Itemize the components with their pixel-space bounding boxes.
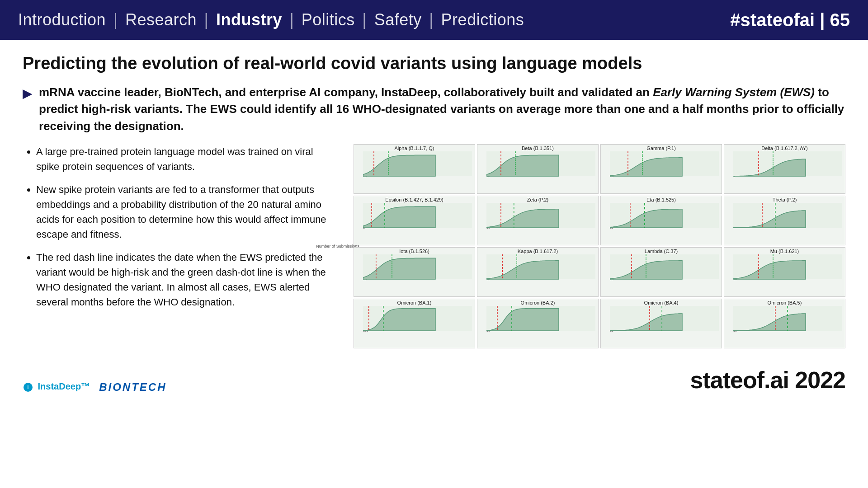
chart-inner: 100010010Nov 2021Jan 2022Mar 2022May 202…: [733, 306, 842, 338]
chart-cell-1-2: Eta (B.1.525)10k100010010Jan 2021Apr 202…: [600, 196, 722, 245]
chart-title: Alpha (B.1.1.7, Q): [354, 145, 475, 151]
chart-svg: [733, 306, 842, 332]
bullet-item: A large pre-trained protein language mod…: [36, 144, 330, 174]
chart-svg: [610, 203, 719, 229]
chart-title: Omicron (BA.1): [354, 299, 475, 305]
header: Introduction | Research | Industry | Pol…: [0, 0, 868, 40]
logo-area: i InstaDeep™ BIONTECH: [23, 381, 167, 394]
biontech-logo: BIONTECH: [99, 381, 166, 394]
intro-block: ▶ mRNA vaccine leader, BioNTech, and ent…: [23, 84, 845, 135]
nav-item-industry[interactable]: Industry: [216, 10, 282, 29]
chart-title: Epsilon (B.1.427, B.1.429): [354, 196, 475, 202]
instadeep-text: InstaDeep™: [38, 381, 90, 391]
chart-cell-2-2: Lambda (C.37)100010010Jan 2021Apr 2021Ju…: [600, 247, 722, 297]
content-area: A large pre-trained protein language mod…: [23, 144, 845, 348]
charts-grid: Alpha (B.1.1.7, Q)10k100010010Jan 2021Ap…: [354, 144, 845, 348]
chart-title: Eta (B.1.525): [601, 196, 722, 202]
chart-title: Zeta (P.2): [477, 196, 598, 202]
nav-item-safety[interactable]: Safety: [374, 10, 422, 29]
brand-text: stateof.ai 2022: [690, 366, 845, 394]
bullet-list: A large pre-trained protein language mod…: [23, 144, 330, 310]
chart-row-0: Alpha (B.1.1.7, Q)10k100010010Jan 2021Ap…: [354, 144, 845, 194]
nav-item-predictions[interactable]: Predictions: [441, 10, 524, 29]
chart-title: Delta (B.1.617.2, AY): [724, 145, 845, 151]
chart-inner: 10k100010010Jan 2021Apr 2021Jul 2021Oct …: [363, 151, 472, 183]
nav-item-research[interactable]: Research: [125, 10, 197, 29]
chart-inner: 10Jan 2021Apr 2021Jul 2021Oct 2021: [733, 203, 842, 235]
chart-inner: 1M100k10k1k10010Nov 2021Jan 2022Mar 2022…: [486, 306, 595, 338]
chart-title: Iota (B.1.526): [354, 248, 475, 254]
chart-svg: [733, 151, 842, 178]
chart-title: Kappa (B.1.617.2): [477, 248, 598, 254]
instadeep-logo: i InstaDeep™: [23, 381, 90, 393]
chart-row-2: Iota (B.1.526)10k100010010Jan 2021Apr 20…: [354, 247, 845, 297]
chart-row-1: Epsilon (B.1.427, B.1.429)100k10k1000100…: [354, 196, 845, 245]
nav-separator: |: [199, 10, 213, 29]
bullet-item: The red dash line indicates the date whe…: [36, 250, 330, 310]
chart-cell-1-1: Zeta (P.2)100010010Jan 2021Apr 2021Jul 2…: [477, 196, 599, 245]
chart-svg: [363, 254, 472, 281]
nav-separator: |: [108, 10, 123, 29]
hashtag-slide-number: #stateofai | 65: [730, 10, 850, 30]
chart-cell-0-2: Gamma (P.1)100k10k100010010Jan 2021Apr 2…: [600, 144, 722, 194]
chart-cell-3-3: Omicron (BA.5)100010010Nov 2021Jan 2022M…: [724, 299, 845, 348]
chart-cell-1-3: Theta (P.2)10Jan 2021Apr 2021Jul 2021Oct…: [724, 196, 845, 245]
chart-svg: [486, 151, 595, 178]
chart-inner: 100k10k10001001Jan 2021Apr 2021Jul 2021O…: [363, 203, 472, 235]
chart-svg: [733, 203, 842, 229]
chart-inner: 10k1k10010Jan 2021Apr 2021Jul 2021Oct 20…: [486, 151, 595, 183]
y-axis-label: Number of Submissions: [316, 244, 359, 249]
chart-svg: [363, 151, 472, 178]
chart-inner: 100010010Jan 2021Apr 2021Jul 2021Oct 202…: [733, 254, 842, 286]
chart-title: Gamma (P.1): [601, 145, 722, 151]
chart-inner: 1M1000100101Jan 2021Apr 2021Jul 2021Oct …: [733, 151, 842, 183]
chart-title: Omicron (BA.5): [724, 299, 845, 305]
nav-item-politics[interactable]: Politics: [302, 10, 355, 29]
chart-cell-0-1: Beta (B.1.351)10k1k10010Jan 2021Apr 2021…: [477, 144, 599, 194]
chart-row-3: Omicron (BA.1)1M100k10k1k100Nov 2021Jan …: [354, 299, 845, 348]
chart-inner: 100010010Nov 2021Jan 2022Mar 2022May 202…: [610, 306, 719, 338]
chart-cell-3-0: Omicron (BA.1)1M100k10k1k100Nov 2021Jan …: [354, 299, 475, 348]
chart-cell-2-3: Mu (B.1.621)100010010Jan 2021Apr 2021Jul…: [724, 247, 845, 297]
chart-inner: 10k100010010Jan 2021Apr 2021Jul 2021Oct …: [486, 254, 595, 286]
chart-inner: 1M100k10k1k100Nov 2021Jan 2022Mar 2022Ma…: [363, 306, 472, 338]
chart-svg: [363, 203, 472, 229]
intro-text: mRNA vaccine leader, BioNTech, and enter…: [39, 84, 845, 135]
chart-title: Beta (B.1.351): [477, 145, 598, 151]
page-title: Predicting the evolution of real-world c…: [23, 53, 845, 74]
chart-inner: 100010010Jan 2021Apr 2021Jul 2021Oct 202…: [610, 254, 719, 286]
nav-separator: |: [358, 10, 372, 29]
chart-svg: [486, 306, 595, 332]
chart-title: Lambda (C.37): [601, 248, 722, 254]
chart-svg: [610, 151, 719, 178]
chart-cell-0-0: Alpha (B.1.1.7, Q)10k100010010Jan 2021Ap…: [354, 144, 475, 194]
arrow-icon: ▶: [23, 86, 33, 101]
footer: i InstaDeep™ BIONTECH stateof.ai 2022: [0, 362, 868, 398]
chart-inner: 10k100010010Jan 2021Apr 2021Jul 2021Oct …: [363, 254, 472, 286]
chart-title: Omicron (BA.4): [601, 299, 722, 305]
nav-item-introduction[interactable]: Introduction: [18, 10, 106, 29]
chart-svg: [486, 254, 595, 281]
chart-cell-3-1: Omicron (BA.2)1M100k10k1k10010Nov 2021Ja…: [477, 299, 599, 348]
charts-section: Number of Submissions Alpha (B.1.1.7, Q)…: [344, 144, 845, 348]
chart-inner: 100010010Jan 2021Apr 2021Jul 2021Oct 202…: [486, 203, 595, 235]
nav-separator: |: [425, 10, 439, 29]
chart-cell-1-0: Epsilon (B.1.427, B.1.429)100k10k1000100…: [354, 196, 475, 245]
chart-inner: 100k10k100010010Jan 2021Apr 2021Jul 2021…: [610, 151, 719, 183]
biontech-text: BIONTECH: [99, 381, 166, 393]
chart-cell-0-3: Delta (B.1.617.2, AY)1M1000100101Jan 202…: [724, 144, 845, 194]
main-content: Predicting the evolution of real-world c…: [0, 40, 868, 357]
navigation: Introduction | Research | Industry | Pol…: [18, 10, 524, 29]
chart-cell-2-1: Kappa (B.1.617.2)10k100010010Jan 2021Apr…: [477, 247, 599, 297]
chart-title: Omicron (BA.2): [477, 299, 598, 305]
chart-svg: [486, 203, 595, 229]
chart-svg: [610, 254, 719, 281]
chart-cell-3-2: Omicron (BA.4)100010010Nov 2021Jan 2022M…: [600, 299, 722, 348]
chart-svg: [363, 306, 472, 332]
bullet-item: New spike protein variants are fed to a …: [36, 182, 330, 242]
chart-svg: [733, 254, 842, 281]
chart-cell-2-0: Iota (B.1.526)10k100010010Jan 2021Apr 20…: [354, 247, 475, 297]
bullet-section: A large pre-trained protein language mod…: [23, 144, 330, 318]
chart-title: Mu (B.1.621): [724, 248, 845, 254]
nav-separator: |: [285, 10, 299, 29]
